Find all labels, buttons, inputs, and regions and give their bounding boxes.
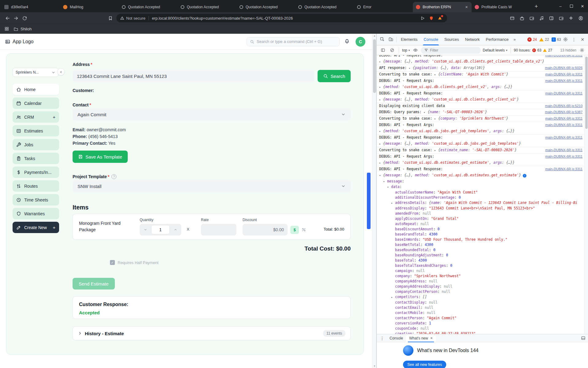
project-template-select[interactable]: SNW Install (73, 180, 351, 192)
device-toolbar-icon[interactable] (386, 35, 395, 44)
rate-input[interactable] (201, 224, 236, 236)
devtools-tab-sources[interactable]: Sources (441, 34, 462, 45)
devtools-tab-console[interactable]: Console (420, 34, 441, 45)
warnings-count-icon[interactable] (539, 38, 544, 41)
dock-drawer-icon[interactable] (579, 335, 587, 342)
source-link[interactable]: main-DUBNX-6R.js:3311 (545, 154, 582, 159)
discount-input[interactable] (243, 224, 288, 236)
expand-arrow-icon[interactable]: ▸ (379, 98, 383, 102)
context-selector[interactable]: top▾ (402, 48, 410, 52)
extensions-icon[interactable] (518, 14, 526, 22)
user-avatar[interactable]: C (356, 37, 365, 47)
expand-arrow-icon[interactable]: ▸ (434, 148, 438, 153)
tab-close-icon[interactable]: ✕ (465, 5, 469, 9)
decrement-icon[interactable] (140, 228, 151, 232)
expand-arrow-icon[interactable]: ▸ (391, 201, 395, 205)
source-link[interactable]: main-DUBNX-6R.js:3311 (545, 148, 582, 152)
expand-arrow-icon[interactable]: ▸ (379, 85, 383, 90)
minimize-button[interactable]: – (555, 0, 566, 12)
source-link[interactable]: main-DUBNX-6R.js:3311 (545, 123, 582, 127)
sidebar-item-routes[interactable]: Routes (13, 180, 59, 192)
expand-arrow-icon[interactable]: ▸ (391, 295, 395, 300)
clear-console-icon[interactable] (388, 47, 396, 54)
devtools-settings-icon[interactable] (561, 35, 570, 44)
send-estimate-button[interactable]: Send Estimate (73, 278, 115, 289)
sidebar-item-warranties[interactable]: Warranties (13, 208, 59, 219)
source-link[interactable]: main-DUBNX-6R.js:3311 (545, 135, 582, 140)
sidebar-item-estimates[interactable]: Estimates (13, 125, 59, 136)
devtools-tab-elements[interactable]: Elements (398, 34, 420, 45)
scrollbar-thumb[interactable] (373, 39, 376, 93)
issues-counter[interactable]: 90 Issues: ✕ 63 27 (514, 48, 552, 52)
browser-tab[interactable]: Quotation Accepted (295, 2, 354, 12)
devtools-menu-icon[interactable]: ⋮ (570, 35, 578, 44)
errors-count[interactable]: 24 (533, 37, 537, 42)
reload-button[interactable] (20, 14, 29, 22)
source-link[interactable]: main-DUBNX-6R.js:5210 (545, 104, 582, 108)
hidden-messages-label[interactable]: 13 hidden (560, 48, 576, 52)
back-button[interactable] (3, 14, 12, 22)
console-settings-icon[interactable] (578, 47, 586, 54)
devtools-close-icon[interactable]: ✕ (578, 35, 587, 44)
maximize-button[interactable] (566, 0, 577, 12)
address-search-button[interactable]: Search (318, 70, 351, 82)
source-link[interactable]: main-DUBNX-6R.js:3311 (545, 55, 582, 58)
see-all-features-button[interactable]: See all new features (403, 361, 446, 368)
browser-tab[interactable]: Profitable Casts W (472, 2, 530, 12)
forward-button[interactable] (12, 14, 20, 22)
issues-count-icon[interactable]: ! (552, 37, 556, 42)
source-link[interactable]: main-DUBNX-6R.js:3311 (545, 116, 582, 121)
reading-list-icon[interactable] (508, 14, 516, 22)
devtools-tab-performance[interactable]: Performance (483, 34, 511, 45)
bookmark-folder[interactable]: Shiloh (13, 27, 32, 32)
browser-tab[interactable]: Quotation Accepted (119, 2, 178, 12)
discount-type-percent-button[interactable] (301, 227, 306, 232)
browser-tab[interactable]: Error (354, 2, 413, 12)
sidebar-item-calendar[interactable]: Calendar (13, 98, 59, 109)
scrollbar-thumb[interactable] (585, 57, 588, 129)
browser-tab[interactable]: Quotation Accepted (178, 2, 236, 12)
not-secure-warning-icon[interactable] (120, 16, 124, 20)
plus-icon[interactable]: + (53, 114, 55, 120)
contact-select[interactable]: Again Commit (73, 108, 351, 121)
expand-arrow-icon[interactable]: ▾ (379, 173, 383, 178)
sidebar-item-create-new[interactable]: Create New+ (13, 222, 59, 233)
scroll-up-icon[interactable]: ▲ (372, 35, 377, 37)
live-expression-icon[interactable] (412, 47, 419, 54)
expand-arrow-icon[interactable]: ▸ (434, 117, 438, 121)
address-bar[interactable]: Not secure erp.local:8000/clients?lookup… (116, 14, 447, 22)
apps-grid-icon[interactable] (4, 26, 10, 32)
plus-icon[interactable]: + (53, 225, 55, 230)
browser-tab[interactable]: Brotherton ERPN✕ (413, 2, 472, 12)
issues-count[interactable]: 63 (557, 37, 561, 42)
drawer-tab-close-icon[interactable]: ✕ (430, 336, 433, 340)
workspace-selector[interactable]: Sprinklers N... (13, 68, 58, 77)
half-payment-checkbox[interactable]: ✓ (110, 260, 115, 265)
more-tabs-icon[interactable]: » (512, 37, 518, 42)
history-section[interactable]: History - Estimate 11 events (73, 326, 351, 340)
warnings-count[interactable]: 22 (545, 37, 549, 42)
profile-icon[interactable] (576, 14, 585, 22)
sidebar-item-tasks[interactable]: Tasks (13, 153, 59, 164)
leo-ai-icon[interactable] (567, 14, 575, 22)
expand-arrow-icon[interactable]: ▸ (409, 66, 413, 71)
browser-tab[interactable]: Quotation Accepted (236, 2, 295, 12)
sidebar-item-payments-in[interactable]: Payments/In... (13, 167, 59, 178)
sidebar-collapse-button[interactable]: ‹ (57, 68, 65, 75)
expand-arrow-icon[interactable]: ▸ (379, 142, 383, 146)
wallet-icon[interactable] (557, 14, 565, 22)
source-link[interactable]: main-DUBNX-6R.js:3311 (545, 91, 582, 96)
source-link[interactable]: main-DUBNX-6R.js:5026 (545, 66, 582, 70)
browser-tab[interactable]: MailHog (60, 2, 119, 12)
sidebar-item-crm[interactable]: CRM+ (13, 111, 59, 123)
source-link[interactable]: main-DUBNX-6R.js:3311 (545, 72, 582, 77)
save-as-template-button[interactable]: Save As Template (73, 151, 128, 163)
drawer-menu-icon[interactable]: ⋮ (378, 334, 386, 343)
quantity-stepper[interactable]: 1 (140, 224, 181, 236)
notifications-bell-icon[interactable] (344, 38, 351, 45)
brave-rewards-icon[interactable] (436, 14, 443, 22)
devtools-scrollbar[interactable] (584, 55, 588, 334)
inspect-element-icon[interactable] (378, 35, 386, 44)
scroll-down-icon[interactable]: ▼ (372, 365, 377, 367)
app-logo[interactable]: App Logo (5, 39, 34, 44)
